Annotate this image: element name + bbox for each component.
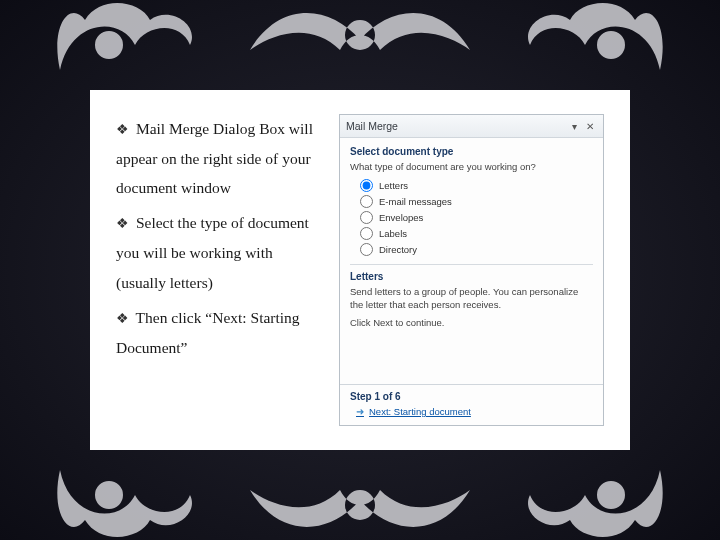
instruction-item: ❖ Then click “Next: Starting Document” (116, 303, 323, 362)
subsection-title: Letters (350, 271, 593, 282)
slide-content: ❖ Mail Merge Dialog Box will appear on t… (90, 90, 630, 450)
instruction-text: Select the type of document you will be … (116, 214, 309, 290)
diamond-bullet-icon: ❖ (116, 122, 129, 137)
instruction-text: Then click “Next: Starting Document” (116, 309, 300, 356)
radio-input[interactable] (360, 211, 373, 224)
option-label: Letters (379, 180, 408, 191)
instruction-item: ❖ Mail Merge Dialog Box will appear on t… (116, 114, 323, 202)
mail-merge-task-pane: Mail Merge ▾ ✕ Select document type What… (339, 114, 604, 426)
option-envelopes[interactable]: Envelopes (360, 211, 593, 224)
ornament-top-center (230, 0, 490, 100)
option-labels[interactable]: Labels (360, 227, 593, 240)
continue-hint: Click Next to continue. (350, 317, 593, 329)
pane-body: Select document type What type of docume… (340, 138, 603, 384)
radio-input[interactable] (360, 179, 373, 192)
pane-title: Mail Merge (346, 120, 565, 132)
radio-input[interactable] (360, 243, 373, 256)
subsection-description: Send letters to a group of people. You c… (350, 286, 593, 311)
section-title: Select document type (350, 146, 593, 157)
section-question: What type of document are you working on… (350, 161, 593, 173)
divider (350, 264, 593, 265)
pane-footer: Step 1 of 6 ➜Next: Starting document (340, 384, 603, 425)
close-button[interactable]: ✕ (583, 119, 597, 133)
dropdown-button[interactable]: ▾ (567, 119, 581, 133)
ornament-bottom-center (230, 440, 490, 540)
option-label: Directory (379, 244, 417, 255)
diamond-bullet-icon: ❖ (116, 216, 129, 231)
option-directory[interactable]: Directory (360, 243, 593, 256)
instructions-column: ❖ Mail Merge Dialog Box will appear on t… (116, 114, 323, 426)
option-label: Labels (379, 228, 407, 239)
instruction-text: Mail Merge Dialog Box will appear on the… (116, 120, 313, 196)
radio-input[interactable] (360, 227, 373, 240)
option-label: E-mail messages (379, 196, 452, 207)
step-indicator: Step 1 of 6 (350, 391, 593, 402)
option-letters[interactable]: Letters (360, 179, 593, 192)
next-link-text: Next: Starting document (369, 406, 471, 417)
next-starting-document-link[interactable]: ➜Next: Starting document (356, 406, 593, 417)
arrow-right-icon: ➜ (356, 406, 364, 417)
option-email-messages[interactable]: E-mail messages (360, 195, 593, 208)
diamond-bullet-icon: ❖ (116, 311, 129, 326)
radio-input[interactable] (360, 195, 373, 208)
option-label: Envelopes (379, 212, 423, 223)
pane-header: Mail Merge ▾ ✕ (340, 115, 603, 138)
document-type-options: Letters E-mail messages Envelopes Labels… (360, 179, 593, 256)
instruction-item: ❖ Select the type of document you will b… (116, 208, 323, 296)
